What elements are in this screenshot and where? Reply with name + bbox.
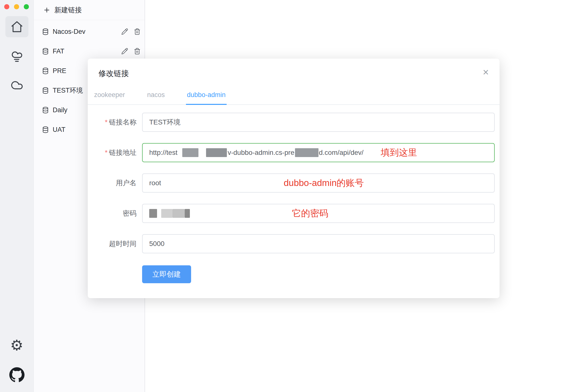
username-annotation: dubbo-admin的账号: [284, 177, 364, 189]
name-label: *链接名称: [88, 118, 142, 127]
form-row-name: *链接名称 TEST环境: [88, 113, 500, 132]
password-input[interactable]: 它的密码: [142, 204, 495, 223]
password-annotation: 它的密码: [292, 207, 328, 220]
address-input[interactable]: http://test v-dubbo-admin.cs-pre d.com/a…: [142, 143, 495, 162]
connection-label: Nacos-Dev: [53, 28, 86, 36]
redacted-block: [161, 209, 172, 218]
tab-nacos[interactable]: nacos: [146, 90, 166, 104]
cloud-icon: [10, 79, 24, 92]
icon-rail: ⚙: [0, 0, 34, 392]
dialog-title: 修改链接: [88, 58, 500, 79]
database-icon: [42, 28, 49, 35]
plus-icon: [43, 6, 50, 14]
redacted-block: [149, 209, 157, 218]
form-row-password: 密码 它的密码: [88, 204, 500, 223]
address-annotation: 填到这里: [381, 146, 417, 159]
nav-cluster-button[interactable]: [10, 50, 24, 63]
new-link-label: 新建链接: [54, 6, 82, 15]
edit-link-dialog: 修改链接 × zookeeper nacos dubbo-admin *链接名称…: [88, 58, 500, 298]
name-value: TEST环境: [149, 118, 180, 127]
connection-item[interactable]: Nacos-Dev: [34, 22, 144, 42]
address-label: *链接地址: [88, 148, 142, 157]
database-icon: [42, 87, 49, 94]
address-value-middle: v-dubbo-admin.cs-pre: [228, 149, 294, 156]
tab-zookeeper[interactable]: zookeeper: [93, 90, 126, 104]
connection-item[interactable]: FAT: [34, 42, 144, 61]
trash-icon[interactable]: [134, 48, 141, 55]
edit-link-form: *链接名称 TEST环境 *链接地址 http://test v-dubbo-a…: [88, 105, 500, 283]
redacted-block: [295, 148, 318, 157]
connection-type-tabs: zookeeper nacos dubbo-admin: [88, 90, 500, 105]
new-link-button[interactable]: 新建链接: [34, 0, 144, 20]
edit-icon[interactable]: [121, 28, 128, 35]
trash-icon[interactable]: [134, 28, 141, 35]
timeout-input[interactable]: 5000: [142, 234, 495, 253]
close-window-button[interactable]: [4, 4, 9, 9]
form-row-timeout: 超时时间 5000: [88, 234, 500, 253]
window-controls: [4, 4, 29, 9]
database-icon: [42, 68, 49, 74]
connection-actions: [121, 28, 141, 35]
github-button[interactable]: [9, 367, 25, 383]
name-input[interactable]: TEST环境: [142, 113, 495, 132]
edit-icon[interactable]: [121, 48, 128, 55]
required-marker: *: [105, 118, 108, 126]
tab-dubbo-admin[interactable]: dubbo-admin: [186, 90, 226, 105]
address-value-suffix: d.com/api/dev/: [319, 149, 364, 156]
redacted-block: [172, 209, 185, 218]
connection-label: TEST环境: [53, 86, 83, 95]
form-row-address: *链接地址 http://test v-dubbo-admin.cs-pre d…: [88, 143, 500, 162]
address-value-prefix: http://test: [149, 149, 178, 156]
required-marker: *: [105, 149, 108, 156]
nav-home-button[interactable]: [6, 16, 28, 37]
connection-actions: [121, 48, 141, 55]
timeout-label: 超时时间: [88, 239, 142, 248]
github-icon: [9, 367, 24, 382]
app-window: ⚙ 新建链接 Nacos-Dev FAT: [0, 0, 588, 392]
username-value: root: [149, 179, 161, 187]
username-input[interactable]: root dubbo-admin的账号: [142, 174, 495, 192]
cloud-list-icon: [10, 50, 24, 63]
minimize-window-button[interactable]: [14, 4, 19, 9]
redacted-block: [206, 148, 227, 157]
timeout-value: 5000: [149, 240, 164, 248]
database-icon: [42, 106, 49, 114]
redacted-block: [185, 209, 190, 218]
zoom-window-button[interactable]: [24, 4, 29, 9]
connection-label: PRE: [53, 67, 66, 75]
close-icon[interactable]: ×: [483, 68, 489, 77]
nav-cloud-button[interactable]: [10, 79, 24, 92]
password-label: 密码: [88, 209, 142, 218]
connection-label: UAT: [53, 126, 66, 134]
gear-icon: ⚙: [10, 338, 24, 353]
username-label: 用户名: [88, 178, 142, 188]
database-icon: [42, 126, 49, 133]
create-button[interactable]: 立即创建: [142, 265, 191, 283]
connection-label: FAT: [53, 48, 64, 55]
redacted-block: [182, 148, 198, 157]
database-icon: [42, 48, 49, 55]
connection-label: Daily: [53, 106, 68, 114]
settings-button[interactable]: ⚙: [8, 338, 26, 353]
form-row-username: 用户名 root dubbo-admin的账号: [88, 174, 500, 192]
home-icon: [10, 20, 24, 33]
submit-row: 立即创建: [142, 265, 500, 283]
